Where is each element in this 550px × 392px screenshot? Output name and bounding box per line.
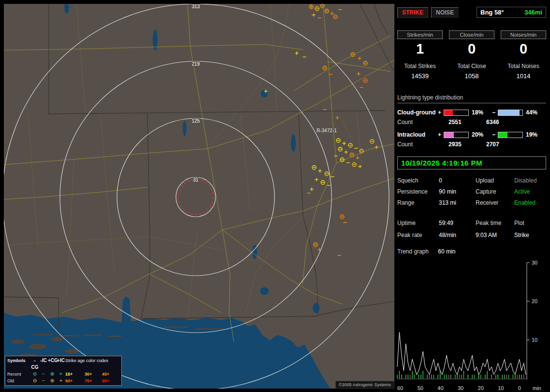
plus-sign: + (438, 109, 444, 116)
plot-label: Plot (514, 220, 546, 226)
peak-time-value: 9:03 AM (476, 232, 514, 238)
trend-y-tick: 10 (532, 337, 537, 343)
distribution-title: Lightning type distribution (397, 94, 546, 103)
svg-text:125: 125 (192, 118, 200, 124)
plus-icon: + (57, 378, 65, 384)
upload-label: Upload (476, 177, 514, 184)
peak-rate-value: 48/min (439, 232, 476, 238)
status-panel: STRIKE NOISE Bng 58° 346mi Strikes/min 1… (397, 7, 546, 389)
plus-icon: + (57, 371, 65, 378)
uptime-value: 59:49 (439, 220, 476, 226)
legend-col-neg-cg: -CG (30, 357, 39, 371)
persistence-label: Persistence (397, 188, 439, 195)
legend-col-pos-cg: +CG (48, 357, 57, 371)
bearing-distance: 346mi (524, 9, 542, 16)
total-noises-value: 1014 (501, 72, 546, 80)
legend-col-pos-ic: +IC (57, 357, 65, 371)
legend-age-header: Strike age color codes (65, 357, 119, 371)
age-code-75: 75+ (85, 378, 102, 384)
ic-negative-pct: 19% (525, 131, 546, 138)
trend-duration-value: 60 min (438, 248, 455, 255)
age-code-90: 90+ (102, 378, 119, 384)
rate-stats-row: Strikes/min 1 Total Strikes 14539 Close/… (397, 30, 546, 80)
restricted-area-label: R-3472-1 (317, 128, 337, 133)
uptime-label: Uptime (397, 220, 439, 226)
upload-status: Disabled (514, 177, 546, 184)
plus-sign: + (438, 131, 444, 138)
trend-x-tick: 30 (458, 385, 463, 391)
map-legend: Symbols -CG -IC +CG +IC Strike age color… (5, 356, 122, 386)
trend-graph-header: Trend graph 60 min (397, 248, 546, 255)
circle-plus-icon: ⊕ (48, 378, 57, 384)
count-label: Count (397, 141, 438, 148)
squelch-label: Squelch (397, 177, 439, 184)
ic-positive-count: 2935 (438, 141, 485, 148)
ic-negative-bar (498, 132, 523, 138)
close-per-min-label: Close/min (449, 30, 494, 39)
legend-symbols-header: Symbols (7, 357, 30, 371)
persistence-value: 90 min (439, 188, 476, 195)
close-per-min-value: 0 (449, 41, 494, 57)
trend-x-tick: 10 (498, 385, 504, 391)
trend-graph-label: Trend graph (397, 248, 429, 255)
trend-chart: 302010 6050403020100 min (397, 260, 546, 388)
noises-per-min-label: Noises/min (501, 30, 546, 39)
total-close-label: Total Close (449, 63, 494, 70)
age-code-60: 60+ (65, 378, 85, 384)
legend-old-label: Old (7, 378, 30, 384)
capture-status: Active (514, 188, 546, 195)
age-code-15: 15+ (65, 371, 85, 378)
datetime-display: 10/19/2025 4:19:16 PM (397, 156, 546, 169)
noises-per-min-value: 0 (501, 41, 546, 57)
cg-positive-pct: 18% (471, 109, 492, 116)
cg-negative-count: 6346 (485, 119, 499, 126)
minus-sign: − (492, 131, 498, 138)
info-grid: Uptime 59:49 Peak time Plot Peak rate 48… (397, 220, 546, 238)
trend-x-tick: 50 (418, 385, 423, 391)
svg-text:219: 219 (192, 61, 200, 67)
trend-y-tick: 20 (532, 298, 537, 304)
plot-mode-value: Strike (514, 232, 546, 238)
cg-positive-count: 2551 (438, 119, 485, 126)
total-close-value: 1058 (449, 72, 494, 80)
intracloud-count-row: Count 2935 2707 (397, 141, 546, 148)
circle-plus-icon: ⊕ (48, 371, 57, 378)
trend-x-tick: 40 (437, 385, 443, 391)
count-label: Count (397, 119, 438, 126)
minus-icon: − (39, 378, 48, 384)
copyright-notice: ©2005 Astrogenic Systems (335, 381, 394, 389)
map-view[interactable]: 31321912531 R-3472-1 (4, 4, 394, 389)
minus-icon: − (39, 371, 48, 378)
strikes-per-min-label: Strikes/min (397, 30, 443, 39)
age-code-30: 30+ (85, 371, 102, 378)
squelch-value: 0 (439, 177, 476, 184)
cloud-ground-label: Cloud-ground (397, 109, 438, 116)
trend-x-tick: 60 (397, 385, 403, 391)
cg-negative-pct: 44% (525, 109, 546, 116)
total-strikes-value: 14539 (397, 72, 443, 80)
strikes-per-min-value: 1 (397, 41, 443, 57)
bearing-readout: Bng 58° 346mi (477, 7, 546, 18)
cloud-ground-count-row: Count 2551 6346 (397, 119, 546, 126)
settings-grid: Squelch 0 Upload Disabled Persistence 90… (397, 177, 546, 206)
intracloud-label: Intracloud (397, 131, 438, 138)
legend-recent-label: Recent (7, 371, 30, 378)
intracloud-row: Intracloud + 20% − 19% (397, 131, 546, 138)
cg-negative-bar (498, 110, 523, 116)
ic-positive-pct: 20% (471, 131, 492, 138)
trend-x-tick: 0 (518, 385, 521, 391)
peak-rate-label: Peak rate (397, 232, 439, 238)
app-window: 31321912531 R-3472-1 Symbols -CG -IC +CG… (0, 0, 550, 392)
strike-mode-button[interactable]: STRIKE (397, 7, 428, 18)
noises-per-min-stat: Noises/min 0 Total Noises 1014 (501, 30, 546, 80)
ic-negative-count: 2707 (485, 141, 499, 148)
total-noises-label: Total Noises (501, 63, 546, 70)
map-panel[interactable]: 31321912531 R-3472-1 Symbols -CG -IC +CG… (4, 4, 394, 389)
noise-mode-button[interactable]: NOISE (431, 7, 459, 18)
strikes-per-min-stat: Strikes/min 1 Total Strikes 14539 (397, 30, 443, 80)
receiver-label: Receiver (476, 199, 514, 206)
circle-minus-icon: ⊖ (30, 371, 39, 378)
trend-x-axis-labels: 6050403020100 (397, 385, 521, 391)
legend-col-neg-ic: -IC (39, 357, 48, 371)
peak-time-label: Peak time (476, 220, 514, 226)
